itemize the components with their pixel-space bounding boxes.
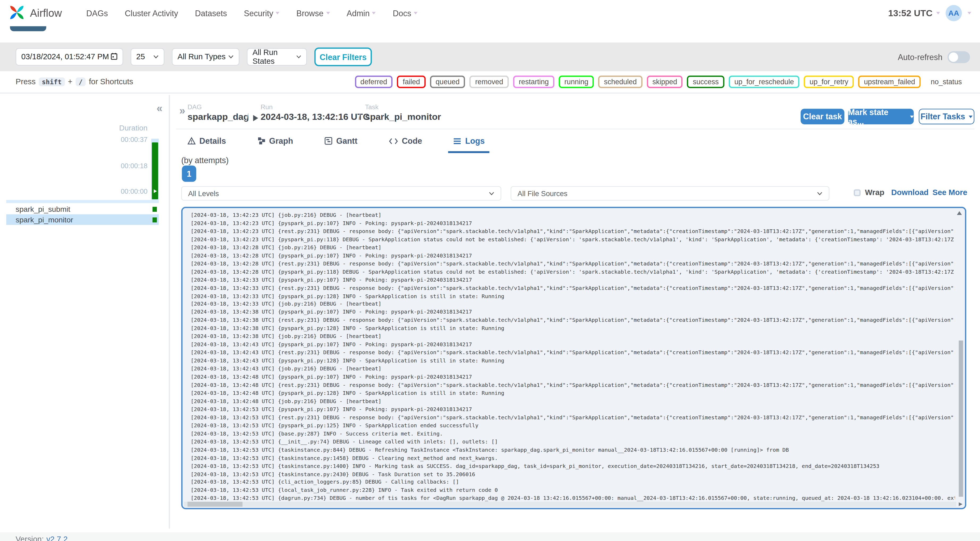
task-state-square[interactable] [153,217,157,222]
chevron-down-icon [326,12,329,14]
chevron-down-icon [296,55,301,59]
task-panel: » DAG sparkapp_dag / Run 2024-03-18, 13:… [171,95,980,532]
task-row[interactable]: spark_pi_submit [6,204,159,215]
log-line: [2024-03-18, 13:42:33 UTC] {pyspark_pi.p… [191,276,955,284]
code-icon [388,137,398,145]
wrap-checkbox[interactable] [854,189,861,196]
breadcrumb-separator: / [246,112,248,122]
tab-logs[interactable]: Logs [449,132,490,153]
calendar-icon[interactable] [111,52,118,61]
state-badge[interactable]: running [559,75,594,88]
download-link[interactable]: Download [891,188,928,197]
log-line: [2024-03-18, 13:42:38 UTC] {rest.py:231}… [191,317,955,325]
clear-filters-button[interactable]: Clear Filters [315,48,372,67]
nav-menu-item-label: Docs [393,8,412,18]
legend-row: Press shift + / for Shortcuts deferred f… [0,71,980,94]
by-attempts-label: (by attempts) [181,156,229,165]
log-line: [2024-03-18, 13:42:53 UTC] {taskinstance… [191,470,955,478]
state-badge[interactable]: no_status [925,75,967,88]
collapse-sidebar-icon[interactable]: « [157,103,162,115]
nav-menu-item-label: Browse [296,8,323,18]
avatar[interactable]: AA [946,5,962,21]
file-source-select[interactable]: All File Sources [511,186,829,200]
duration-label: Duration [119,124,148,133]
base-date-input[interactable]: 03/18/2024, 01:52:47 PM [16,48,123,66]
log-line: [2024-03-18, 13:42:28 UTC] {job.py:216} … [191,243,955,251]
log-line: [2024-03-18, 13:42:23 UTC] {rest.py:231}… [191,228,955,235]
scroll-up-arrow-icon[interactable] [957,211,962,215]
clock-label: 13:52 UTC [888,8,933,18]
horizontal-scrollbar[interactable] [188,502,242,507]
state-badge[interactable]: up_for_retry [804,75,854,88]
task-state-square[interactable] [153,207,157,212]
log-line: [2024-03-18, 13:42:53 UTC] {pyspark_pi.p… [191,406,955,414]
page-size-select[interactable]: 25 [130,48,164,66]
run-states-select[interactable]: All Run States [247,48,307,66]
see-more-link[interactable]: See More [932,188,967,197]
log-line: [2024-03-18, 13:42:38 UTC] {pyspark_pi.p… [191,325,955,333]
state-badge[interactable]: queued [430,75,465,88]
clear-task-button[interactable]: Clear task [800,109,845,124]
breadcrumb-task-name[interactable]: spark_pi_monitor [365,112,441,122]
state-badge[interactable]: skipped [647,75,683,88]
header-divider [176,129,974,129]
filter-tasks-button[interactable]: Filter Tasks [919,109,974,124]
nav-menu-item[interactable]: Datasets [195,8,227,18]
nav-menu-item[interactable]: Docs [393,8,418,18]
task-sidebar: « Duration 00:00:37 00:00:18 00:00:00 sp… [0,95,170,528]
tab-details[interactable]: Details [183,132,231,153]
slash-key: / [75,78,86,86]
version-link[interactable]: v2.7.2 [46,535,67,541]
clock-dropdown[interactable]: 13:52 UTC [888,8,940,18]
log-line: [2024-03-18, 13:42:43 UTC] {job.py:216} … [191,365,955,373]
state-badge[interactable]: success [687,75,724,88]
log-line: [2024-03-18, 13:42:43 UTC] {pyspark_pi.p… [191,357,955,365]
state-badge[interactable]: removed [470,75,509,88]
state-badge[interactable]: up_for_reschedule [729,75,800,88]
breadcrumb-run-name[interactable]: 2024-03-18, 13:42:16 UTC [261,112,369,122]
airflow-brand[interactable]: Airflow [8,3,62,24]
state-badge[interactable]: deferred [355,75,393,88]
log-line: [2024-03-18, 13:42:28 UTC] {rest.py:231}… [191,260,955,268]
state-badge[interactable]: restarting [513,75,554,88]
log-line: [2024-03-18, 13:42:53 UTC] {cli_action_l… [191,478,955,486]
run-types-value: All Run Types [178,53,226,61]
expand-sidebar-icon[interactable]: » [180,105,185,118]
log-line: [2024-03-18, 13:42:53 UTC] {dagrun.py:73… [191,495,955,502]
task-row[interactable]: spark_pi_monitor [6,215,159,225]
scroll-right-arrow-icon[interactable] [959,503,963,506]
attempt-1-button[interactable]: 1 [182,165,196,182]
log-line: [2024-03-18, 13:42:38 UTC] {job.py:216} … [191,333,955,341]
shortcuts-prefix: Press [16,78,36,86]
run-types-select[interactable]: All Run Types [172,48,240,66]
state-badge[interactable]: scheduled [598,75,643,88]
log-line: [2024-03-18, 13:42:23 UTC] {pyspark_pi.p… [191,219,955,227]
log-level-select[interactable]: All Levels [181,186,501,200]
gantt-icon [324,137,332,145]
tab-code[interactable]: Code [384,132,427,153]
mark-state-label: Mark state as... [848,107,906,126]
chevron-down-icon [228,55,234,59]
state-badge[interactable]: upstream_failed [858,75,921,88]
nav-menu-item[interactable]: Browse [296,8,329,18]
nav-menu-item[interactable]: DAGs [86,8,108,18]
chevron-down-icon [153,55,159,59]
breadcrumb-dag-name[interactable]: sparkapp_dag [188,112,249,122]
log-viewer[interactable]: [2024-03-18, 13:42:23 UTC] {job.py:216} … [181,207,966,509]
state-badge[interactable]: failed [397,75,426,88]
mark-state-button[interactable]: Mark state as... [848,109,914,124]
horizontal-scrollbar-track[interactable] [184,502,956,507]
nav-menu-item[interactable]: Cluster Activity [125,8,178,18]
tab-label: Code [402,136,422,146]
tab-label: Gantt [336,136,358,146]
nav-menu-item[interactable]: Admin [347,8,376,18]
tab-graph[interactable]: Graph [252,132,298,153]
tab-gantt[interactable]: Gantt [319,132,362,153]
chevron-down-icon[interactable] [967,12,971,14]
airflow-app: Airflow DAGs Cluster Activity Datasets [0,0,980,541]
log-line: [2024-03-18, 13:42:28 UTC] {pyspark_pi.p… [191,251,955,259]
page-size-value: 25 [136,53,145,61]
vertical-scrollbar[interactable] [959,341,963,497]
nav-menu-item[interactable]: Security [244,8,280,18]
auto-refresh-toggle[interactable] [948,51,970,63]
